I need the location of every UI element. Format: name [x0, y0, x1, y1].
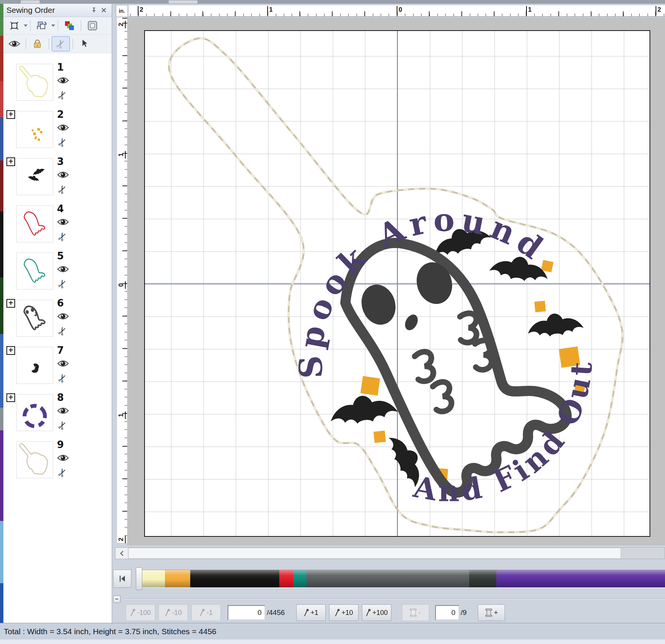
- scroll-left-icon: [120, 551, 124, 556]
- chevron-down-icon[interactable]: [51, 25, 55, 27]
- rewind-icon: [119, 575, 126, 582]
- step-number: 5: [57, 250, 64, 262]
- visibility-button[interactable]: [6, 37, 23, 51]
- eye-icon[interactable]: [57, 454, 69, 463]
- eye-icon[interactable]: [57, 77, 69, 86]
- scissors-icon: ✂: [53, 37, 69, 51]
- scissors-icon[interactable]: ✂: [55, 183, 70, 196]
- timeline-position-slider[interactable]: [136, 567, 142, 590]
- vertical-ruler: 2 1 0 1 2: [117, 17, 128, 543]
- step-thumbnail: [16, 300, 53, 337]
- scissors-icon[interactable]: ✂: [55, 324, 70, 338]
- eye-icon[interactable]: [57, 313, 69, 322]
- lock-icon: [33, 39, 42, 49]
- sequence-mode-button[interactable]: [33, 18, 51, 33]
- color-segment[interactable]: [306, 570, 469, 587]
- fit-view-icon: [10, 21, 19, 30]
- sewing-step-4[interactable]: 4 ✂: [3, 202, 112, 250]
- sewing-step-1[interactable]: 1 ✂: [3, 61, 112, 108]
- scissors-icon[interactable]: ✂: [55, 277, 70, 291]
- stitch-forward-1-button[interactable]: +1: [296, 604, 326, 621]
- sewing-step-3[interactable]: + 3 ✂: [3, 155, 112, 202]
- color-segment[interactable]: [142, 570, 165, 587]
- ruler-label: 2: [117, 536, 126, 543]
- scrollbar-thumb[interactable]: [128, 548, 621, 559]
- step-thumbnail: [16, 111, 53, 148]
- close-icon[interactable]: [99, 6, 109, 15]
- pin-icon[interactable]: [89, 6, 99, 15]
- eye-icon[interactable]: [57, 171, 69, 180]
- stitch-forward-100-button[interactable]: +100: [362, 604, 391, 621]
- sewing-step-2[interactable]: + 2 ✂: [3, 108, 112, 155]
- scissors-icon[interactable]: ✂: [55, 419, 70, 432]
- color-segment[interactable]: [165, 570, 190, 587]
- color-segment[interactable]: [293, 570, 306, 587]
- color-segment[interactable]: [496, 570, 665, 587]
- scissors-icon[interactable]: ✂: [55, 466, 70, 479]
- spool-icon: [485, 609, 492, 617]
- sparkle-square[interactable]: [541, 260, 553, 272]
- color-sequence-bar[interactable]: [142, 570, 665, 587]
- sparkle-square[interactable]: [534, 301, 546, 312]
- collapse-toggle[interactable]: −: [113, 596, 120, 603]
- eye-icon[interactable]: [57, 124, 69, 133]
- design-canvas[interactable]: Spook Around And Find Out: [144, 30, 650, 537]
- status-bar: Total : Width = 3.54 inch, Height = 3.75…: [0, 623, 665, 640]
- stitch-forward-10-button[interactable]: +10: [329, 604, 359, 621]
- horizontal-scrollbar[interactable]: [115, 547, 665, 559]
- step-thumbnail: [16, 158, 53, 195]
- select-tool-button[interactable]: [75, 37, 93, 51]
- background-window-edge: [0, 0, 665, 4]
- color-forward-button[interactable]: +: [478, 604, 505, 621]
- sewing-step-5[interactable]: 5 ✂: [3, 250, 112, 297]
- expand-icon[interactable]: +: [6, 346, 15, 355]
- scissors-icon[interactable]: ✂: [55, 371, 70, 385]
- expand-icon[interactable]: +: [6, 110, 15, 119]
- fit-view-button[interactable]: [6, 18, 23, 33]
- hoop-button[interactable]: [84, 18, 101, 33]
- stitch-total-label: /4456: [267, 609, 285, 617]
- stitch-back-100-button[interactable]: -100: [126, 604, 155, 621]
- sparkle-square[interactable]: [374, 431, 386, 443]
- color-segment[interactable]: [279, 570, 293, 587]
- expand-icon[interactable]: +: [6, 157, 15, 166]
- rewind-button[interactable]: [113, 570, 131, 588]
- expand-icon[interactable]: +: [6, 299, 15, 308]
- eye-icon[interactable]: [57, 218, 69, 227]
- scissors-icon[interactable]: ✂: [55, 136, 70, 149]
- current-color-input[interactable]: [435, 605, 459, 620]
- eye-icon[interactable]: [57, 407, 69, 416]
- ruler-label: 2: [656, 6, 661, 15]
- sewing-step-9[interactable]: 9 ✂: [3, 438, 112, 485]
- trim-tool-button[interactable]: ✂: [52, 36, 70, 51]
- step-number: 7: [57, 345, 64, 356]
- sparkle-square[interactable]: [360, 376, 380, 396]
- panel-title: Sewing Order: [6, 6, 89, 15]
- sewing-step-8[interactable]: + 8 ✂: [3, 391, 112, 438]
- color-segment[interactable]: [469, 570, 496, 587]
- eye-icon: [8, 40, 20, 48]
- step-number: 8: [57, 392, 64, 403]
- sewing-step-7[interactable]: + 7 ✂: [3, 344, 112, 391]
- stitch-back-1-button[interactable]: -1: [191, 604, 221, 621]
- expand-icon[interactable]: +: [6, 393, 15, 402]
- splitter-line[interactable]: [124, 599, 665, 599]
- scissors-icon[interactable]: ✂: [55, 230, 70, 243]
- chevron-down-icon[interactable]: [24, 25, 28, 27]
- ruler-label: 0: [397, 6, 402, 15]
- eye-icon[interactable]: [57, 265, 69, 274]
- current-stitch-input[interactable]: [228, 605, 265, 620]
- stitch-back-10-button[interactable]: -10: [159, 604, 188, 621]
- scissors-icon[interactable]: ✂: [55, 88, 70, 102]
- scrollbar-track[interactable]: [621, 548, 665, 559]
- sewing-step-6[interactable]: + 6 ✂: [3, 297, 112, 344]
- color-segment[interactable]: [190, 570, 279, 587]
- step-thumbnail: [16, 64, 53, 101]
- lock-button[interactable]: [29, 37, 46, 51]
- color-order-button[interactable]: [61, 18, 78, 33]
- horizontal-ruler: 2 1 0 1 2: [129, 5, 665, 17]
- ruler-unit-box[interactable]: in.: [116, 5, 128, 17]
- eye-icon[interactable]: [57, 360, 69, 369]
- color-back-button[interactable]: -: [402, 604, 429, 621]
- scroll-left-button[interactable]: [115, 548, 128, 559]
